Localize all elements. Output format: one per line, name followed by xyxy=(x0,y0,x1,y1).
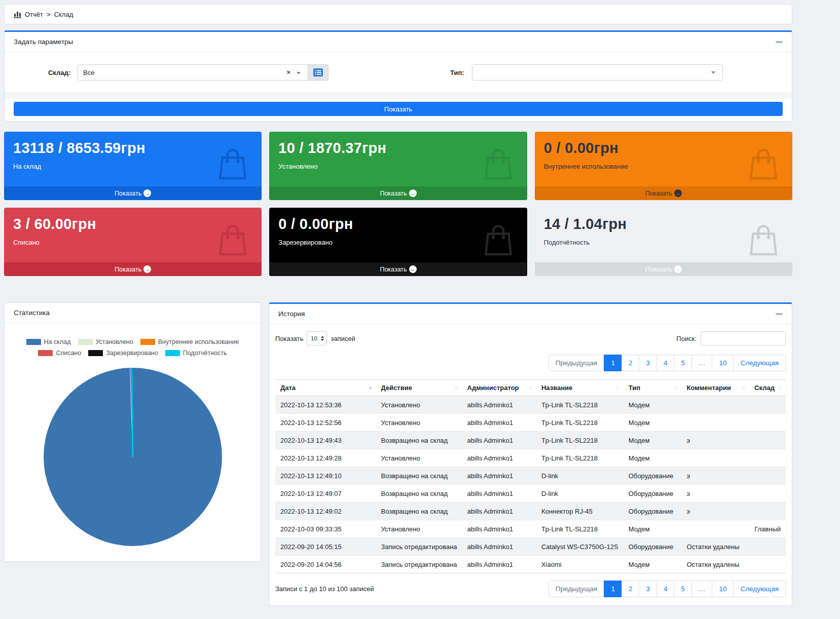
table-cell: abills Adminko1 xyxy=(462,520,536,538)
table-cell: Оборудование xyxy=(624,485,682,502)
table-cell: Модем xyxy=(624,520,682,538)
stat-card-internal-use: 0 / 0.00грн Внутреннее использование Пок… xyxy=(535,132,792,200)
table-cell: Возвращено на склад xyxy=(376,502,462,520)
stat-card-written-off: 3 / 60.00грн Списано Показать → xyxy=(4,208,262,276)
card-show-link[interactable]: Показать → xyxy=(269,186,527,200)
pagination-page-button[interactable]: 2 xyxy=(622,355,640,371)
pagination-next-button[interactable]: Следующая xyxy=(733,581,786,597)
search-input[interactable] xyxy=(701,331,786,345)
table-cell: 2022-10-03 09:33:35 xyxy=(275,520,376,538)
type-select[interactable] xyxy=(472,64,723,81)
legend-label: Внутреннее использование xyxy=(158,338,239,345)
table-cell: Модем xyxy=(624,414,682,432)
legend-label: Подотчётность xyxy=(183,350,227,357)
table-cell: abills Adminko1 xyxy=(462,467,536,485)
pagination-page-button[interactable]: 1 xyxy=(604,581,622,597)
pie-chart xyxy=(42,364,224,547)
card-show-link[interactable]: Показать → xyxy=(535,262,792,276)
legend-item: На склад xyxy=(26,338,71,345)
table-cell: Оборудование xyxy=(624,467,682,485)
pagination-page-button[interactable]: 4 xyxy=(656,355,675,371)
pagination-prev-button[interactable]: Предыдущая xyxy=(549,581,605,597)
card-show-link[interactable]: Показать → xyxy=(4,262,262,276)
card-show-link[interactable]: Показать → xyxy=(269,262,527,276)
column-header-action[interactable]: Действие↑↓ xyxy=(376,380,462,396)
collapse-icon[interactable] xyxy=(776,313,783,315)
arrow-circle-right-icon: → xyxy=(674,189,682,197)
page-length-select[interactable]: 10 xyxy=(307,331,327,345)
table-row: 2022-10-13 12:52:56 Установлено abills A… xyxy=(275,414,786,432)
table-cell xyxy=(681,396,749,414)
breadcrumb-report-link[interactable]: Отчёт xyxy=(25,11,43,18)
table-cell: э xyxy=(681,432,749,449)
pagination-page-button[interactable]: 5 xyxy=(674,355,692,371)
pagination-page-button[interactable]: 2 xyxy=(622,581,640,597)
table-cell xyxy=(749,467,786,485)
table-cell: Модем xyxy=(624,449,682,467)
column-header-type[interactable]: Тип↑↓ xyxy=(624,380,682,396)
table-cell xyxy=(749,538,786,556)
panel-footer-strip xyxy=(5,93,792,99)
table-cell: abills Adminko1 xyxy=(462,414,536,432)
table-cell: 2022-10-13 12:49:43 xyxy=(275,432,376,449)
table-cell: abills Adminko1 xyxy=(462,538,536,556)
pagination-page-button[interactable]: 4 xyxy=(656,581,675,597)
pagination-page-button[interactable]: 3 xyxy=(639,581,657,597)
column-header-date[interactable]: Дата↑↓ xyxy=(275,380,376,396)
pagination-ellipsis: … xyxy=(691,355,713,371)
pagination-page-button[interactable]: 3 xyxy=(639,355,657,371)
warehouse-list-button[interactable] xyxy=(308,64,328,81)
sort-icon: ↑↓ xyxy=(529,385,531,390)
pagination-page-button[interactable]: 10 xyxy=(712,355,734,371)
table-cell: 2022-10-13 12:49:10 xyxy=(275,467,376,485)
legend-swatch xyxy=(88,350,103,356)
clear-selection-icon[interactable]: × xyxy=(286,68,290,76)
legend-label: Зарезервировано xyxy=(106,350,158,357)
table-cell xyxy=(749,449,786,467)
table-cell: Возвращено на склад xyxy=(376,485,462,502)
stat-cards-row-2: 3 / 60.00грн Списано Показать → 0 / 0.00… xyxy=(4,208,792,276)
arrow-circle-right-icon: → xyxy=(409,189,417,197)
table-cell: abills Adminko1 xyxy=(462,485,536,502)
pagination-prev-button[interactable]: Предыдущая xyxy=(549,355,605,371)
arrow-circle-right-icon: → xyxy=(143,189,151,197)
card-show-link[interactable]: Показать → xyxy=(535,186,792,200)
pagination-ellipsis: … xyxy=(691,581,713,597)
column-header-warehouse[interactable]: Склад↑↓ xyxy=(749,380,786,396)
type-label: Тип: xyxy=(450,69,464,76)
show-button[interactable]: Показать xyxy=(14,102,783,116)
pagination-page-button[interactable]: 10 xyxy=(712,581,734,597)
column-header-name[interactable]: Название↑↓ xyxy=(536,380,624,396)
pagination-page-button[interactable]: 1 xyxy=(604,355,622,371)
warehouse-label: Склад: xyxy=(14,69,70,76)
card-show-link[interactable]: Показать → xyxy=(4,186,262,200)
pagination-next-button[interactable]: Следующая xyxy=(733,355,786,371)
legend-swatch xyxy=(38,350,53,356)
table-cell: Установлено xyxy=(376,520,462,538)
collapse-icon[interactable] xyxy=(776,41,783,43)
history-panel: История Показать 10 записей Поиск: xyxy=(269,302,792,606)
history-panel-title: История xyxy=(278,310,305,318)
table-cell: 2022-09-20 14:05:15 xyxy=(275,538,376,556)
pagination-page-button[interactable]: 5 xyxy=(674,581,692,597)
table-cell: Установлено xyxy=(376,414,462,432)
arrow-circle-right-icon: → xyxy=(674,265,682,273)
table-row: 2022-10-13 12:49:28 Установлено abills A… xyxy=(275,449,786,467)
column-header-administrator[interactable]: Администратор↑↓ xyxy=(462,380,536,396)
warehouse-selected-value: Все xyxy=(83,69,94,76)
shopping-bag-icon xyxy=(217,221,248,256)
table-cell: Установлено xyxy=(376,396,462,414)
card-action-label: Показать xyxy=(380,266,407,273)
sort-icon: ↑↓ xyxy=(616,385,618,390)
column-header-comments[interactable]: Комментарии↑↓ xyxy=(681,380,749,396)
table-cell: 2022-10-13 12:52:56 xyxy=(275,414,376,432)
legend-label: Установлено xyxy=(96,338,133,345)
shopping-bag-icon xyxy=(748,145,779,180)
shopping-bag-icon xyxy=(748,221,779,256)
table-cell: Коннектор RJ-45 xyxy=(536,502,624,520)
sort-icon: ↑↓ xyxy=(674,385,676,390)
pagination-top: Предыдущая 1 2 3 4 5 … 10 Следующая xyxy=(549,355,786,371)
warehouse-select[interactable]: Все × xyxy=(78,64,308,81)
table-cell: э xyxy=(681,467,749,485)
table-cell xyxy=(749,432,786,449)
